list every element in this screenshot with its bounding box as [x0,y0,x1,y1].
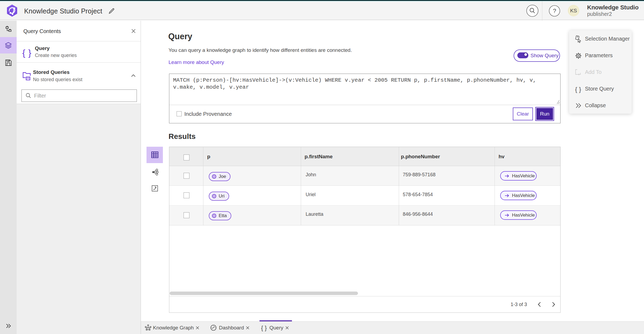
svg-text:?: ? [553,8,556,14]
